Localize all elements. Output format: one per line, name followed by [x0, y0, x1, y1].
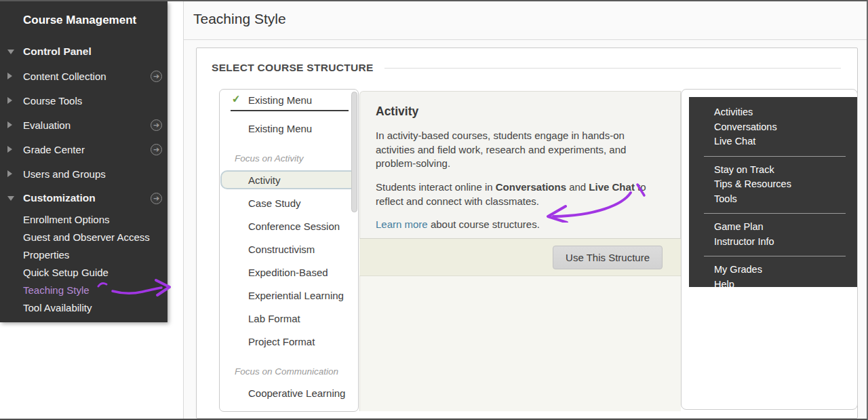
- open-in-new-arrow-icon[interactable]: ➔: [151, 119, 162, 131]
- sidebar-title: Course Management: [0, 11, 167, 39]
- structure-paragraph-1: In activity-based courses, students enga…: [376, 129, 665, 171]
- sidebar-item-quick-setup-guide[interactable]: Quick Setup Guide: [0, 263, 167, 281]
- sidebar-item-guest-observer-access[interactable]: Guest and Observer Access: [0, 228, 167, 246]
- structure-item-label: Project Format: [248, 336, 315, 347]
- chevron-right-icon: [7, 97, 12, 104]
- section-label-focus-on-activity: Focus on Activity: [220, 148, 358, 168]
- sidebar-item-label: Guest and Observer Access: [23, 231, 150, 243]
- learn-more-line: Learn more about course structures.: [376, 218, 665, 232]
- bold-conversations: Conversations: [496, 181, 566, 193]
- sidebar-item-content-collection[interactable]: Content Collection ➔: [0, 64, 167, 88]
- menu-item-tips-resources[interactable]: Tips & Resources: [714, 177, 846, 192]
- structure-preview-panel: Activity In activity-based courses, stud…: [359, 91, 681, 411]
- structure-item-label: Constructivism: [248, 244, 315, 255]
- structure-item-label: Conference Session: [248, 221, 340, 232]
- sidebar-item-label: Quick Setup Guide: [23, 267, 108, 278]
- section-label-text: Focus on Activity: [235, 153, 304, 164]
- chevron-right-icon: [7, 146, 12, 153]
- structure-item-experiential-learning[interactable]: Experiential Learning: [220, 284, 358, 307]
- structure-item-project-format[interactable]: Project Format: [220, 330, 358, 353]
- menu-group-2: Stay on Track Tips & Resources Tools: [704, 156, 846, 214]
- structure-item-label: Cooperative Learning: [248, 387, 345, 399]
- structure-item-lab-format[interactable]: Lab Format: [220, 307, 358, 330]
- open-in-new-arrow-icon[interactable]: ➔: [151, 144, 162, 155]
- structure-paragraph-2: Students interact online in Conversation…: [376, 180, 665, 208]
- course-menu-preview: Activities Conversations Live Chat Stay …: [689, 97, 857, 287]
- structure-item-cooperative-learning[interactable]: Cooperative Learning: [220, 381, 358, 404]
- list-scrollbar[interactable]: [351, 92, 357, 212]
- select-course-structure-panel: SELECT COURSE STRUCTURE ✔ Existing Menu …: [196, 47, 858, 419]
- bold-live-chat: Live Chat: [589, 181, 635, 193]
- current-structure-label: Existing Menu: [248, 94, 312, 106]
- section-label-text: Focus on Communication: [235, 366, 338, 377]
- sidebar-item-label: Users and Groups: [23, 168, 106, 180]
- structure-item-expedition-based[interactable]: Expedition-Based: [220, 261, 358, 284]
- sidebar-item-tool-availability[interactable]: Tool Availability: [0, 299, 167, 316]
- sidebar-item-label: Control Panel: [23, 45, 92, 58]
- menu-item-help[interactable]: Help: [714, 278, 846, 292]
- page-header: Teaching Style: [184, 1, 867, 40]
- menu-item-conversations[interactable]: Conversations: [714, 120, 846, 135]
- sidebar-item-properties[interactable]: Properties: [0, 246, 167, 263]
- heading-rule: [384, 68, 841, 69]
- menu-group-4: My Grades Help: [704, 256, 846, 299]
- sidebar-item-label: Properties: [23, 249, 69, 261]
- panel-heading-row: SELECT COURSE STRUCTURE: [212, 62, 841, 74]
- sidebar-item-evaluation[interactable]: Evaluation ➔: [0, 113, 167, 137]
- menu-item-tools[interactable]: Tools: [714, 192, 846, 207]
- sidebar-item-control-panel[interactable]: Control Panel: [0, 39, 167, 64]
- sidebar-item-label: Tool Availability: [23, 302, 92, 313]
- structure-item-existing-menu[interactable]: Existing Menu: [220, 117, 358, 140]
- structure-item-case-study[interactable]: Case Study: [220, 191, 358, 214]
- structure-item-label: Case Study: [248, 197, 301, 209]
- sidebar-item-label: Course Tools: [23, 95, 82, 107]
- structure-item-activity-selected[interactable]: Activity: [220, 170, 357, 189]
- structure-item-conference-session[interactable]: Conference Session: [220, 214, 358, 237]
- chevron-right-icon: [7, 121, 12, 128]
- structure-description: Activity In activity-based courses, stud…: [359, 91, 681, 239]
- sidebar-item-label: Evaluation: [23, 119, 71, 131]
- sidebar-item-customization[interactable]: Customization ➔: [0, 186, 167, 210]
- menu-group-3: Game Plan Instructor Info: [704, 213, 846, 256]
- use-this-structure-button[interactable]: Use This Structure: [553, 246, 663, 269]
- paragraph-text: Students interact online in: [376, 181, 496, 193]
- structure-list: ✔ Existing Menu Existing Menu Focus on A…: [219, 89, 359, 412]
- learn-more-link[interactable]: Learn more: [376, 218, 428, 230]
- sidebar-item-label: Teaching Style: [23, 284, 90, 296]
- menu-item-activities[interactable]: Activities: [714, 105, 846, 120]
- main-content: Teaching Style SELECT COURSE STRUCTURE ✔…: [183, 1, 867, 419]
- menu-item-instructor-info[interactable]: Instructor Info: [714, 235, 846, 250]
- course-management-sidebar: Course Management Control Panel Content …: [0, 1, 167, 322]
- structure-action-bar: Use This Structure: [359, 239, 681, 276]
- paragraph-text: and: [566, 181, 589, 193]
- chevron-down-icon: [7, 50, 14, 54]
- structure-item-label: Existing Menu: [248, 123, 312, 134]
- menu-group-1: Activities Conversations Live Chat: [704, 99, 846, 156]
- chevron-right-icon: [7, 73, 12, 79]
- checkmark-icon: ✔: [231, 92, 241, 105]
- sidebar-item-teaching-style[interactable]: Teaching Style: [0, 281, 167, 299]
- sidebar-item-label: Content Collection: [23, 71, 106, 82]
- menu-item-game-plan[interactable]: Game Plan: [714, 220, 846, 235]
- menu-item-live-chat[interactable]: Live Chat: [714, 134, 846, 149]
- structure-item-constructivism[interactable]: Constructivism: [220, 237, 358, 261]
- sidebar-item-label: Enrollment Options: [23, 214, 110, 225]
- menu-item-stay-on-track[interactable]: Stay on Track: [714, 163, 846, 178]
- open-in-new-arrow-icon[interactable]: ➔: [151, 71, 162, 82]
- structure-item-label: Expedition-Based: [248, 267, 328, 278]
- sidebar-item-grade-center[interactable]: Grade Center ➔: [0, 137, 167, 161]
- sidebar-item-label: Customization: [23, 192, 96, 204]
- sidebar-item-course-tools[interactable]: Course Tools: [0, 88, 167, 113]
- chevron-down-icon: [7, 196, 14, 201]
- menu-item-my-grades[interactable]: My Grades: [714, 263, 846, 278]
- current-structure-header[interactable]: ✔ Existing Menu: [220, 90, 358, 110]
- chevron-right-icon: [7, 170, 12, 177]
- panel-heading: SELECT COURSE STRUCTURE: [212, 62, 374, 74]
- sidebar-item-label: Grade Center: [23, 144, 85, 155]
- sidebar-item-enrollment-options[interactable]: Enrollment Options: [0, 210, 167, 228]
- open-in-new-arrow-icon[interactable]: ➔: [151, 193, 162, 204]
- sidebar-item-users-and-groups[interactable]: Users and Groups: [0, 161, 167, 186]
- list-header-rule: [231, 110, 349, 111]
- structure-item-label: Activity: [248, 174, 281, 186]
- structure-item-label: Experiential Learning: [248, 290, 344, 301]
